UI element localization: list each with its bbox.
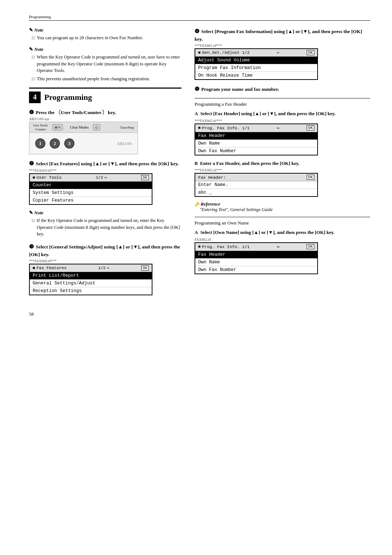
step-1: ❶ Press the 〔User Tools/Counter〕 key. AB… bbox=[29, 108, 181, 155]
sub-step-b1-label: B Enter a Fax Header, and then press the… bbox=[195, 160, 370, 167]
note-step2-title: Note bbox=[29, 210, 181, 216]
section-heading: 4 Programming bbox=[29, 88, 181, 103]
note-2-item-1: When the Key Operator Code is programmed… bbox=[29, 54, 181, 74]
divider-fax-header bbox=[195, 98, 370, 98]
circle-3: 3 bbox=[64, 138, 74, 149]
reference-text: "Entering Text", General Settings Guide bbox=[195, 207, 370, 212]
reference-block: Reference "Entering Text", General Setti… bbox=[195, 201, 370, 212]
lcd-screen-enter: Fax Header: OK Enter Name. abc _ bbox=[195, 173, 318, 197]
note-2: Note When the Key Operator Code is progr… bbox=[29, 46, 181, 82]
lcd3-row-1: Program Fax Information bbox=[195, 64, 317, 72]
lcd3-row-2: On Hook Release Time bbox=[195, 72, 317, 79]
lcd2-row-1: General Settings/Adjust bbox=[30, 280, 152, 287]
lcd-prog1-row-1: Own Name bbox=[195, 140, 317, 147]
lcd-enter-row-1: abc _ bbox=[195, 189, 317, 196]
note-step2-item-1: If the Key Operator Code is programmed a… bbox=[29, 217, 181, 238]
lcd-prog2-header: ■ Prog. Fax Info. 1/1 ⇔ OK bbox=[195, 243, 317, 251]
lcd2-row-0: Print List/Report bbox=[30, 272, 152, 280]
note-2-item-2: This prevents unauthorized people from c… bbox=[29, 76, 181, 82]
lcd-enter-header: Fax Header: OK bbox=[195, 174, 317, 181]
right-column: ❹ Select [Program Fax Information] using… bbox=[195, 27, 370, 300]
lcd-prog1-row-0: Fax Header bbox=[195, 132, 317, 140]
step-1-filename: ABZ118S.eps bbox=[29, 117, 181, 121]
lcd2-row-2: Reception Settings bbox=[30, 287, 152, 295]
step-2: ❷ Select [Fax Features] using [▲] or [▼]… bbox=[29, 159, 181, 205]
note-1-item-1: You can program up to 20 characters in O… bbox=[29, 35, 181, 41]
machine-bottom: 1 2 3 ABZ118S bbox=[29, 133, 138, 154]
left-column: Note You can program up to 20 characters… bbox=[29, 27, 181, 300]
lcd1-row-0: Counter bbox=[30, 182, 152, 189]
reference-title: Reference bbox=[195, 201, 370, 207]
lcd3-header-row: ■ Gen.Set./Adjust 1/2 ⇔ OK bbox=[195, 49, 317, 57]
lcd1-row-2: Copier Features bbox=[30, 197, 152, 204]
lcd-prog2-row-0: Fax Header bbox=[195, 251, 317, 259]
step-3-filename: ***FAX660.tif*** bbox=[29, 259, 181, 263]
step-4-filename: ***FAX661.tif*** bbox=[195, 44, 370, 48]
circle-2: 2 bbox=[50, 138, 60, 149]
sub-step-a1: A Select [Fax Header] using [▲] or [▼], … bbox=[195, 110, 370, 155]
section-title: Programming bbox=[44, 93, 92, 102]
step-5-label: ❺ Program your name and fax number. bbox=[195, 85, 370, 93]
lcd-prog1-header: ■ Prog. Fax Info. 1/1 ⇔ OK bbox=[195, 124, 317, 132]
machine-image: User Tools/Counter ⊛/≡ Clear Modes ◇ Cle… bbox=[29, 122, 138, 154]
lcd-screen-prog1: ■ Prog. Fax Info. 1/1 ⇔ OK Fax Header Ow… bbox=[195, 123, 318, 155]
step-4: ❹ Select [Program Fax Information] using… bbox=[195, 27, 370, 80]
step-3-label: ❸ Select [General Settings/Adjust] using… bbox=[29, 243, 181, 258]
lcd2-header-row: ■ Fax Features 1/2 ⇔ OK bbox=[30, 264, 152, 272]
note-2-title: Note bbox=[29, 46, 181, 52]
lcd-prog1-row-2: Own Fax Number bbox=[195, 147, 317, 155]
note-1: Note You can program up to 20 characters… bbox=[29, 27, 181, 41]
lcd-prog2-row-1: Own Name bbox=[195, 259, 317, 266]
breadcrumb: Programming bbox=[29, 15, 370, 21]
note-step2: Note If the Key Operator Code is program… bbox=[29, 210, 181, 238]
sub-step-a2: A Select [Own Name] using [▲] or [▼], an… bbox=[195, 229, 370, 274]
section-number: 4 bbox=[29, 92, 41, 103]
step-2-label: ❷ Select [Fax Features] using [▲] or [▼]… bbox=[29, 159, 181, 168]
sub-step-a1-filename: ***FAX662.tif*** bbox=[195, 119, 370, 123]
sub-step-b1-filename: ***FAX065.tif*** bbox=[195, 168, 370, 172]
lcd-screen-2: ■ Fax Features 1/2 ⇔ OK Print List/Repor… bbox=[29, 264, 152, 295]
sub-step-b1: B Enter a Fax Header, and then press the… bbox=[195, 160, 370, 197]
note-1-title: Note bbox=[29, 27, 181, 33]
divider-own-name bbox=[195, 217, 370, 217]
sub-step-a1-label: A Select [Fax Header] using [▲] or [▼], … bbox=[195, 110, 370, 117]
step-5: ❺ Program your name and fax number. bbox=[195, 85, 370, 93]
sub-step-a2-label: A Select [Own Name] using [▲] or [▼], an… bbox=[195, 229, 370, 236]
sub-step-a2-filename: FAX662.tif bbox=[195, 238, 370, 242]
lcd1-row-1: System Settings bbox=[30, 189, 152, 197]
lcd-screen-3: ■ Gen.Set./Adjust 1/2 ⇔ OK Adjust Sound … bbox=[195, 48, 318, 80]
subsection-own-name-title: Programming an Own Name bbox=[195, 220, 370, 226]
lcd1-header-row: ■ User Tools 1/2 ⇔ OK bbox=[30, 174, 152, 182]
page-number: 58 bbox=[29, 311, 370, 317]
circle-1: 1 bbox=[35, 138, 45, 149]
step-3: ❸ Select [General Settings/Adjust] using… bbox=[29, 243, 181, 295]
lcd-screen-1: ■ User Tools 1/2 ⇔ OK Counter System Set… bbox=[29, 173, 152, 205]
step-1-label: ❶ Press the 〔User Tools/Counter〕 key. bbox=[29, 108, 181, 117]
step-2-filename: ***FAX659.tif*** bbox=[29, 169, 181, 173]
lcd-enter-row-0: Enter Name. bbox=[195, 181, 317, 189]
lcd-prog2-row-2: Own Fax Number bbox=[195, 266, 317, 274]
step-4-label: ❹ Select [Program Fax Information] using… bbox=[195, 27, 370, 43]
lcd3-row-0: Adjust Sound Volume bbox=[195, 57, 317, 64]
lcd-screen-prog2: ■ Prog. Fax Info. 1/1 ⇔ OK Fax Header Ow… bbox=[195, 242, 318, 274]
subsection-fax-header-title: Programming a Fax Header bbox=[195, 101, 370, 107]
machine-top-bar: User Tools/Counter ⊛/≡ Clear Modes ◇ Cle… bbox=[29, 122, 138, 133]
